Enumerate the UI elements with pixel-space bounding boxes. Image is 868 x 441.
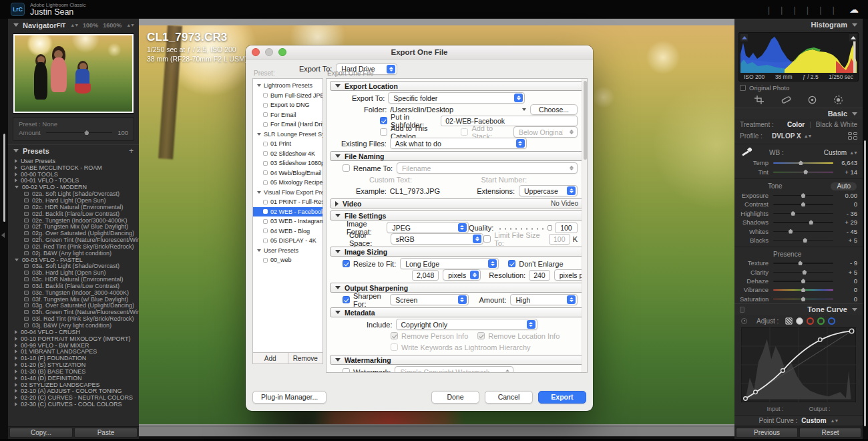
limit-file-size-input[interactable]: 100 [549,234,570,245]
point-curve-stepper-icon[interactable]: ▲▼ [831,418,839,423]
zoom-fit-button[interactable]: FIT [57,22,66,29]
export-preset-row[interactable]: 04 WEB - Blog [253,227,322,237]
done-button[interactable]: Done [431,391,479,404]
crop-tool-icon[interactable] [754,95,765,105]
folder-menu-icon[interactable] [522,108,526,111]
export-preset-row[interactable]: 01 PRINT - Full-Res JPG 100% [253,197,322,207]
histogram-display[interactable]: ISO 200 38 mm ƒ / 2.5 1/250 sec [738,32,859,82]
section-video[interactable]: VideoNo Video [330,198,584,208]
slider-value[interactable]: 6,643 [833,159,857,166]
profile-browser-icon[interactable] [848,132,857,140]
red-eye-tool-icon[interactable] [807,95,818,105]
module-tab[interactable] [775,5,788,15]
treatment-bw-button[interactable]: Black & White [816,121,857,128]
preset-tree-row[interactable]: 03h. Green Tint (Nature/Fluorescent/Wind… [8,309,139,315]
module-tab[interactable] [801,5,814,15]
slider-thumb[interactable] [809,220,813,225]
slider-track[interactable] [773,287,833,293]
slider-value[interactable]: - 45 [833,228,857,235]
size-unit-select[interactable]: pixels [443,269,481,281]
stack-position-select[interactable]: Below Original [513,126,578,138]
slider-track[interactable] [773,229,833,235]
add-to-catalog-checkbox[interactable] [380,128,387,136]
preset-tree-row[interactable]: 01-20 (S) STYLIZATION [8,361,139,368]
plugin-manager-button[interactable]: Plug-in Manager... [252,391,327,404]
preset-tree-row[interactable]: 02c. HDR Natural (Environmental) [8,204,139,210]
slider-value[interactable]: + 5 [833,237,857,244]
choose-folder-button[interactable]: Choose... [530,104,578,115]
masking-tool-icon[interactable] [833,95,844,105]
preset-tree-row[interactable]: 03d. Backlit (Flare/Low Contrast) [8,283,139,289]
slider-track[interactable] [773,192,833,198]
slider-track[interactable] [773,260,833,266]
preset-tree-row[interactable]: 02g. Over Saturated (Uplight/Dancing) [8,230,139,237]
color-space-select[interactable]: sRGB [391,233,483,245]
slider-thumb[interactable] [801,287,806,292]
preset-tree-row[interactable]: 02-20 (C) CURVES - NEUTRAL COLORS [8,394,139,401]
preset-tree-row[interactable]: 02j. B&W (Any light condition) [8,250,139,257]
parametric-curve-icon[interactable] [785,317,793,325]
zoom-level-stepper-icon[interactable]: ▲▼ [126,23,134,27]
export-preset-row[interactable]: Visual Flow Export Presets [253,188,322,198]
remove-preset-button[interactable]: Remove [288,353,323,363]
image-format-select[interactable]: JPEG [387,222,469,233]
original-photo-checkbox[interactable] [740,85,746,91]
slider-track[interactable] [773,169,833,175]
export-preset-row[interactable]: 03 Slideshow 1080p [253,158,322,168]
section-file-naming[interactable]: File Naming [330,151,584,161]
preset-tree-row[interactable]: 02a. Soft Light (Shade/Overcast) [8,190,139,197]
preset-tree-row[interactable]: 00-10 PORTRAIT MIXOLOGY (IMPORT) [8,335,139,342]
preset-tree-row[interactable]: 02-30 (C) CURVES - COOL COLORS [8,401,139,408]
preset-tree-row[interactable]: GABE MCCLINTOCK - ROAM [8,164,139,171]
section-export-location[interactable]: Export Location [330,81,584,91]
preset-tree-row[interactable]: 02-10 (A) ADJUST - COLOR TONING [8,388,139,395]
slider-value[interactable]: - 36 [833,210,857,217]
amount-slider[interactable] [46,132,112,133]
slider-value[interactable]: - 9 [833,259,857,267]
preset-tree-row[interactable]: 02 STYLIZED LANDSCAPES [8,382,139,388]
preset-tree-row[interactable]: 02b. Hard Light (Open Sun) [8,197,139,204]
export-preset-row[interactable]: User Presets [253,246,322,256]
slider-thumb[interactable] [801,297,806,301]
zoom-1600-button[interactable]: 1600% [103,22,122,29]
wb-stepper-icon[interactable]: ▲▼ [849,150,857,155]
sharpen-for-checkbox[interactable] [343,296,350,303]
cancel-button[interactable]: Cancel [485,391,533,404]
slider-thumb[interactable] [801,202,806,206]
navigator-preview-image[interactable] [13,33,134,114]
preset-tree-row[interactable]: 00-04 VFLO - CRUSH [8,329,139,335]
left-panel-scrollbar[interactable] [3,134,5,222]
put-in-subfolder-checkbox[interactable] [380,117,387,124]
slider-track[interactable] [773,237,833,243]
presets-header[interactable]: Presets + [8,144,139,156]
export-preset-row[interactable]: Lightroom Presets [253,81,322,91]
targeted-adjustment-icon[interactable] [741,318,747,324]
slider-thumb[interactable] [801,193,806,198]
tone-curve-editor[interactable] [741,327,856,405]
preset-tree-row[interactable]: 03i. Red Tint (Pink Sky/Brick/Redrock) [8,315,139,322]
extensions-select[interactable]: Uppercase [519,185,578,196]
zoom-fit-stepper-icon[interactable]: ▲▼ [70,23,78,27]
right-panel-scrollbar[interactable] [864,140,866,426]
export-preset-row[interactable]: For Email (Hard Drive) [253,120,322,130]
watermark-select[interactable]: Simple Copyright Watermark [395,366,513,373]
preset-tree-row[interactable]: 02e. Tungsten (Indoor/3000-4000K) [8,217,139,224]
preset-tree-row[interactable]: 00-03 VFLO - PASTEL [8,257,139,263]
metadata-include-select[interactable]: Copyright Only [396,319,537,330]
preset-tree-row[interactable]: 01-40 (D) DEFINITION [8,375,139,382]
module-tab[interactable] [763,5,775,15]
resolution-input[interactable]: 240 [529,270,550,281]
preset-tree-row[interactable]: 03e. Tungsten (Indoor_3000-4000K) [8,289,139,296]
collapse-left-panel-icon[interactable] [1,233,5,238]
slider-value[interactable]: 0 [833,295,857,303]
export-preset-row[interactable]: For Email [253,110,322,120]
preset-tree-row[interactable]: 03b. Hard Light (Open Sun) [8,269,139,276]
quality-slider[interactable] [496,225,552,230]
slider-track[interactable] [773,210,833,216]
white-balance-eyedropper-icon[interactable] [740,146,753,158]
rename-to-checkbox[interactable] [343,164,350,172]
auto-button[interactable]: Auto [830,182,857,191]
preset-tree-row[interactable]: 00-00 TOOLS [8,171,139,178]
dialog-titlebar[interactable]: Export One File [246,45,593,59]
slider-track[interactable] [773,269,833,275]
